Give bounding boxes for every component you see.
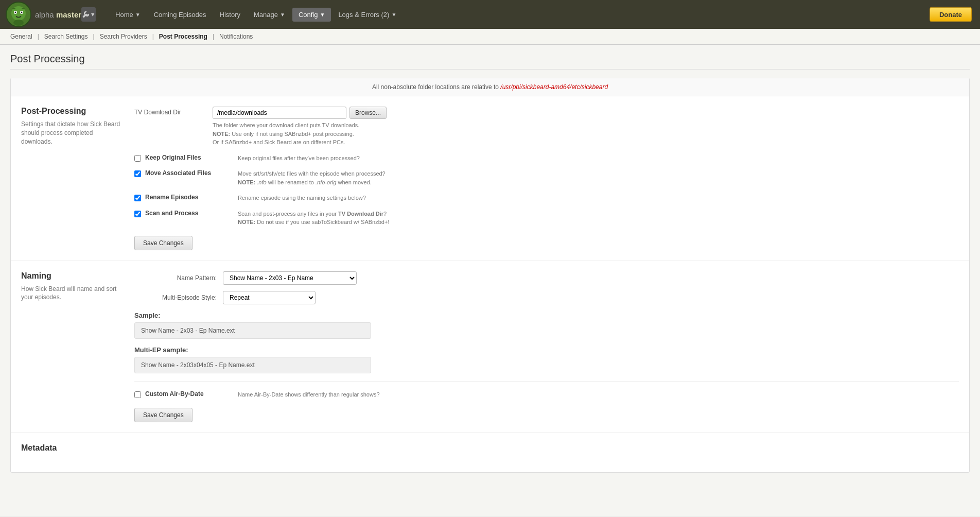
logo-area: alpha master (5, 1, 81, 28)
scan-and-process-row: Scan and Process Scan and post-process a… (134, 210, 959, 227)
svg-point-5 (15, 12, 16, 13)
section-right-metadata (134, 443, 959, 457)
scan-and-process-label[interactable]: Scan and Process (145, 210, 227, 217)
subnav: General | Search Settings | Search Provi… (0, 29, 980, 45)
nav-item-manage[interactable]: Manage ▼ (248, 8, 291, 22)
section-title-post-processing: Post-Processing (21, 107, 124, 116)
section-left-naming: Naming How Sick Beard will name and sort… (21, 271, 124, 423)
app-version: alpha master (35, 10, 81, 19)
post-processing-section: Post-Processing Settings that dictate ho… (11, 96, 969, 261)
sample-section: Sample: Show Name - 2x03 - Ep Name.ext (134, 312, 959, 339)
multi-episode-style-select[interactable]: Repeat Extend Duplicate Separated Slashe… (223, 291, 316, 304)
move-associated-files-row: Move Associated Files Move srt/srt/sfv/e… (134, 169, 959, 186)
move-associated-files-label[interactable]: Move Associated Files (145, 169, 227, 177)
tv-download-dir-label: TV Download Dir (134, 107, 206, 116)
post-processing-container: All non-absolute folder locations are re… (10, 78, 970, 473)
metadata-section: Metadata (11, 433, 969, 472)
sample-label: Sample: (134, 312, 959, 319)
wrench-icon (82, 10, 90, 19)
keep-original-files-checkbox[interactable] (134, 155, 141, 162)
navbar: alpha master ▼ Home ▼ Coming Episodes Hi… (0, 0, 980, 29)
section-title-metadata: Metadata (21, 443, 124, 453)
keep-original-files-help: Keep original files after they've been p… (238, 154, 360, 163)
svg-rect-7 (12, 8, 15, 9)
rename-episodes-label[interactable]: Rename Episodes (145, 194, 227, 201)
donate-button[interactable]: Donate (930, 7, 972, 22)
move-associated-files-checkbox[interactable] (134, 170, 141, 177)
section-title-naming: Naming (21, 271, 124, 281)
tv-download-dir-controls: Browse... The folder where your download… (213, 107, 387, 147)
subnav-item-general[interactable]: General (8, 32, 34, 41)
multi-ep-sample-section: Multi-EP sample: Show Name - 2x03x04x05 … (134, 346, 959, 373)
browse-button[interactable]: Browse... (349, 107, 387, 119)
app-logo (5, 1, 32, 28)
divider (134, 382, 959, 382)
tv-download-dir-row: TV Download Dir Browse... The folder whe… (134, 107, 959, 147)
section-desc-naming: How Sick Beard will name and sort your e… (21, 285, 124, 302)
keep-original-files-label[interactable]: Keep Original Files (145, 154, 227, 161)
move-associated-files-help: Move srt/srt/sfv/etc files with the epis… (238, 169, 386, 186)
scan-and-process-checkbox[interactable] (134, 211, 141, 217)
custom-air-by-date-row: Custom Air-By-Date Name Air-By-Date show… (134, 390, 959, 399)
rename-episodes-checkbox[interactable] (134, 195, 141, 201)
save-changes-button-naming[interactable]: Save Changes (134, 408, 192, 422)
tv-download-dir-input[interactable] (213, 107, 346, 119)
sample-value: Show Name - 2x03 - Ep Name.ext (134, 322, 371, 339)
name-pattern-label: Name Pattern: (134, 274, 217, 282)
tv-download-help: The folder where your download client pu… (213, 121, 387, 147)
subnav-item-post-processing[interactable]: Post Processing (157, 32, 209, 41)
subnav-item-search-providers[interactable]: Search Providers (98, 32, 149, 41)
keep-original-files-row: Keep Original Files Keep original files … (134, 154, 959, 163)
custom-air-by-date-checkbox[interactable] (134, 391, 141, 398)
multi-ep-sample-label: Multi-EP sample: (134, 346, 959, 354)
multi-episode-style-label: Multi-Episode Style: (134, 294, 217, 301)
custom-air-by-date-label[interactable]: Custom Air-By-Date (145, 390, 227, 398)
nav-item-coming-episodes[interactable]: Coming Episodes (148, 8, 213, 22)
section-right-naming: Name Pattern: Show Name - 2x03 - Ep Name… (134, 271, 959, 423)
naming-section: Naming How Sick Beard will name and sort… (11, 261, 969, 434)
section-left-post-processing: Post-Processing Settings that dictate ho… (21, 107, 124, 250)
subnav-item-notifications[interactable]: Notifications (217, 32, 255, 41)
nav-item-history[interactable]: History (214, 8, 247, 22)
section-desc-post-processing: Settings that dictate how Sick Beard sho… (21, 120, 124, 146)
page-title: Post Processing (10, 53, 970, 70)
name-pattern-row: Name Pattern: Show Name - 2x03 - Ep Name (134, 271, 959, 285)
section-left-metadata: Metadata (21, 443, 124, 457)
path-notice: All non-absolute folder locations are re… (11, 78, 969, 96)
name-pattern-select[interactable]: Show Name - 2x03 - Ep Name (223, 271, 357, 285)
svg-point-2 (13, 20, 24, 26)
nav-item-logs-errors[interactable]: Logs & Errors (2) ▼ (332, 8, 402, 22)
multi-episode-style-row: Multi-Episode Style: Repeat Extend Dupli… (134, 291, 959, 304)
nav-links: Home ▼ Coming Episodes History Manage ▼ … (109, 8, 402, 22)
svg-point-6 (21, 12, 23, 13)
tool-icon[interactable]: ▼ (81, 7, 96, 22)
rename-episodes-help: Rename episode using the naming settings… (238, 194, 366, 202)
save-changes-button-post-processing[interactable]: Save Changes (134, 236, 192, 250)
section-right-post-processing: TV Download Dir Browse... The folder whe… (134, 107, 959, 250)
subnav-item-search-settings[interactable]: Search Settings (42, 32, 90, 41)
custom-air-by-date-help: Name Air-By-Date shows differently than … (238, 390, 380, 399)
nav-item-home[interactable]: Home ▼ (109, 8, 147, 22)
nav-item-config[interactable]: Config ▼ (292, 8, 331, 22)
multi-ep-sample-value: Show Name - 2x03x04x05 - Ep Name.ext (134, 357, 371, 373)
svg-rect-8 (22, 8, 25, 9)
main-content: Post Processing All non-absolute folder … (0, 45, 980, 516)
scan-and-process-help: Scan and post-process any files in your … (238, 210, 389, 227)
rename-episodes-row: Rename Episodes Rename episode using the… (134, 194, 959, 202)
